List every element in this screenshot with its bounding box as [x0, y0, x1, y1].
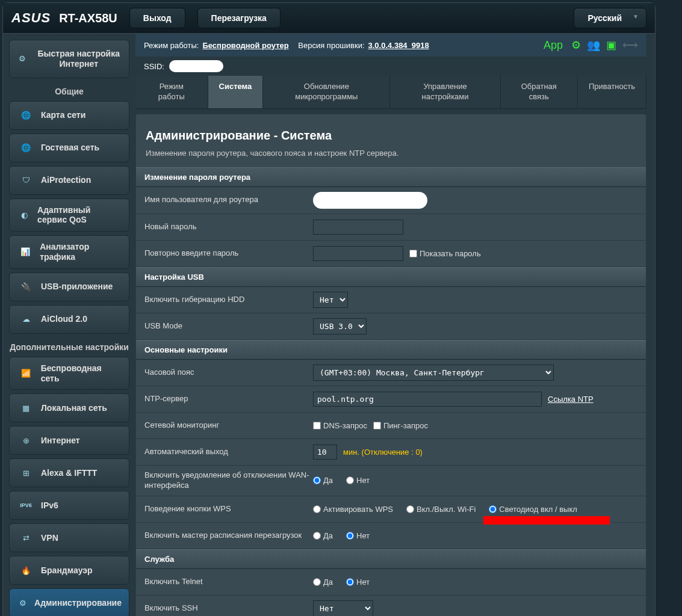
usb-status-icon[interactable]: ⟷	[622, 38, 638, 52]
auto-logout-input[interactable]	[313, 445, 337, 460]
section-service: Служба	[136, 549, 646, 569]
wps-led-radio[interactable]	[489, 505, 497, 513]
ipv6-icon: IPV6	[17, 497, 35, 513]
chart-icon: 📊	[17, 244, 34, 260]
wps-wifi-toggle-radio[interactable]	[406, 505, 414, 513]
sidebar-item-network-map[interactable]: 🌐Карта сети	[9, 101, 129, 130]
voice-icon: ⊞	[17, 465, 35, 481]
wifi-icon: 📶	[17, 366, 35, 381]
tab-feedback[interactable]: Обратная связь	[501, 76, 578, 108]
dns-query-checkbox[interactable]	[313, 422, 321, 430]
globe-icon: 🌐	[17, 108, 35, 123]
tab-system[interactable]: Система	[208, 76, 264, 108]
wrench-icon: ⚙	[16, 51, 28, 67]
sidebar-item-vpn[interactable]: ⇄VPN	[9, 523, 129, 552]
sidebar-item-lan[interactable]: ▦Локальная сеть	[9, 393, 129, 422]
sidebar-item-guest-network[interactable]: 🌐Гостевая сеть	[9, 134, 129, 162]
timezone-label: Часовой пояс	[144, 368, 313, 378]
flame-icon: 🔥	[17, 562, 35, 578]
sidebar-header-advanced: Дополнительные настройки	[9, 337, 129, 357]
wan-notify-yes-radio[interactable]	[313, 476, 321, 484]
tab-restore-save[interactable]: Управление настройками	[390, 76, 500, 108]
quick-setup-label: Быстрая настройка Интернет	[34, 49, 123, 69]
sidebar-item-usb-app[interactable]: 🔌USB-приложение	[9, 273, 129, 301]
lan-icon: ▦	[17, 400, 35, 416]
timezone-select[interactable]: (GMT+03:00) Москва, Санкт-Петербург	[313, 365, 554, 381]
brand-logo: ASUS	[11, 10, 51, 26]
telnet-no-radio[interactable]	[346, 578, 354, 586]
telnet-label: Включить Telnet	[144, 577, 313, 587]
retype-password-label: Повторно введите пароль	[144, 248, 313, 259]
sidebar-item-alexa-ifttt[interactable]: ⊞Alexa & IFTTT	[9, 458, 129, 487]
app-label: App	[544, 39, 563, 52]
sidebar-item-wireless[interactable]: 📶Беспроводная сеть	[9, 357, 129, 390]
ssh-label: Включить SSH	[144, 603, 313, 614]
section-basic: Основные настроики	[136, 340, 646, 360]
quick-setup-button[interactable]: ⚙ Быстрая настройка Интернет	[9, 40, 129, 78]
gear-icon: ⚙	[17, 595, 28, 611]
wan-notify-label: Включить уведомление об отключении WAN-и…	[144, 470, 313, 491]
telnet-yes-radio[interactable]	[313, 578, 321, 586]
new-password-label: Новый пароль	[144, 222, 313, 232]
auto-logout-label: Автоматический выход	[144, 447, 313, 457]
fw-link[interactable]: 3.0.0.4.384_9918	[368, 41, 429, 50]
gear-status-icon[interactable]: ⚙	[571, 38, 581, 52]
cloud-icon: ☁	[17, 312, 35, 327]
section-usb: Настройка USB	[136, 267, 646, 287]
sidebar-item-administration[interactable]: ⚙Администрирование	[9, 588, 129, 616]
reboot-sched-no-radio[interactable]	[346, 532, 354, 540]
usb-icon: 🔌	[17, 279, 35, 295]
hdd-hibernation-label: Включить гибернацию HDD	[144, 295, 313, 305]
logout-button[interactable]: Выход	[129, 8, 185, 28]
ntp-input[interactable]	[313, 392, 542, 407]
language-select[interactable]: Русский	[574, 8, 646, 28]
sidebar-item-wan[interactable]: ⊕Интернет	[9, 426, 129, 455]
username-label: Имя пользователя для роутера	[144, 195, 313, 205]
op-mode-link[interactable]: Беспроводной роутер	[202, 41, 288, 50]
username-value-redacted	[313, 192, 427, 209]
tab-operation-mode[interactable]: Режим работы	[135, 76, 208, 108]
reboot-sched-yes-radio[interactable]	[313, 532, 321, 540]
wps-button-label: Поведение кнопки WPS	[144, 504, 313, 514]
show-password-checkbox[interactable]	[409, 250, 417, 257]
op-mode-label: Режим работы:	[144, 41, 199, 50]
shield-icon: 🛡	[17, 173, 35, 188]
sidebar-item-aicloud[interactable]: ☁AiCloud 2.0	[9, 305, 129, 334]
wan-status-icon[interactable]: ▣	[606, 38, 616, 52]
fw-label: Версия прошивки:	[298, 41, 364, 50]
gauge-icon: ◐	[17, 207, 31, 223]
new-password-input[interactable]	[313, 220, 403, 235]
sidebar-item-traffic-analyzer[interactable]: 📊Анализатор трафика	[9, 235, 129, 269]
usb-mode-select[interactable]: USB 3.0	[313, 318, 367, 334]
ping-query-checkbox[interactable]	[373, 422, 381, 430]
model-name: RT-AX58U	[59, 11, 117, 25]
wan-notify-no-radio[interactable]	[346, 476, 354, 484]
retype-password-input[interactable]	[313, 246, 403, 261]
tab-firmware-upgrade[interactable]: Обновление микропрограммы	[263, 76, 390, 108]
sidebar-item-ipv6[interactable]: IPV6IPv6	[9, 491, 129, 520]
globe-icon: 🌐	[17, 140, 35, 156]
sidebar-header-general: Общие	[9, 82, 129, 101]
reboot-button[interactable]: Перезагрузка	[197, 8, 281, 28]
ntp-label: NTP-сервер	[144, 394, 313, 404]
page-title: Администрирование - Система	[136, 114, 646, 149]
usb-mode-label: USB Mode	[144, 321, 313, 331]
section-password: Изменение пароля роутера	[136, 167, 646, 187]
annotation-highlight	[483, 516, 610, 525]
sidebar-item-qos[interactable]: ◐Адаптивный сервис QoS	[9, 199, 129, 232]
reboot-scheduler-label: Включить мастер расписания перезагрузок	[144, 531, 313, 541]
page-description: Изменение пароля роутера, часового пояса…	[136, 149, 646, 167]
ssid-value-redacted	[169, 60, 223, 72]
sidebar-item-firewall[interactable]: 🔥Брандмауэр	[9, 556, 129, 585]
clients-icon[interactable]: 👥	[587, 38, 600, 52]
ssid-label: SSID:	[144, 62, 164, 71]
ntp-link[interactable]: Ссылка NTP	[548, 395, 594, 404]
auto-logout-hint: мин. (Отключение : 0)	[343, 448, 423, 457]
internet-icon: ⊕	[17, 433, 35, 448]
sidebar-item-aiprotection[interactable]: 🛡AiProtection	[9, 166, 129, 195]
wps-activate-radio[interactable]	[313, 505, 321, 513]
network-monitoring-label: Сетевой мониторинг	[144, 420, 313, 431]
ssh-select[interactable]: Нет	[313, 600, 373, 616]
tab-privacy[interactable]: Приватность	[578, 76, 646, 108]
hdd-hibernation-select[interactable]: Нет	[313, 292, 348, 308]
